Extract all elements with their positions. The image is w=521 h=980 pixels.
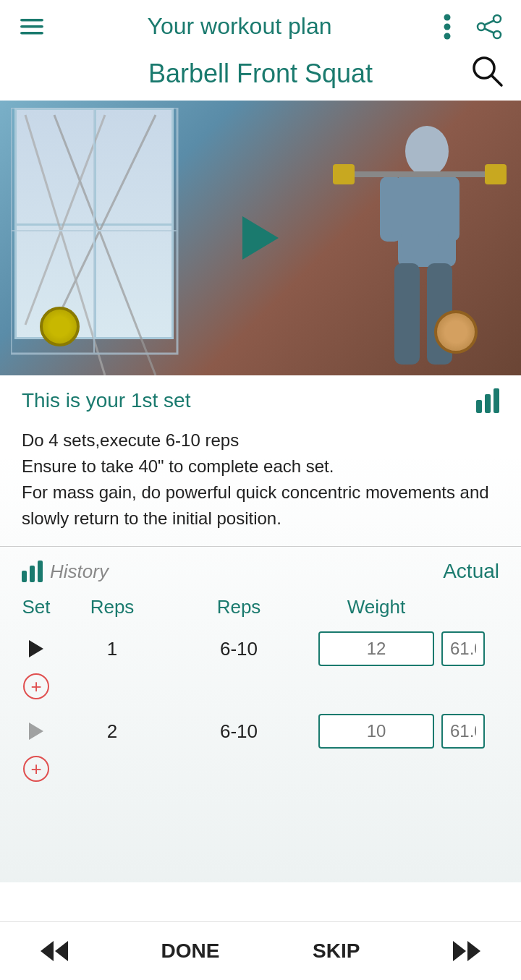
- col-set: Set: [14, 596, 58, 618]
- weight-plate-left: [40, 307, 80, 346]
- history-bar-icon: [22, 561, 43, 582]
- set-info-row: This is your 1st set: [0, 375, 521, 420]
- row1-set: 1: [65, 638, 159, 660]
- instructions-text: Do 4 sets,execute 6-10 repsEnsure to tak…: [0, 420, 521, 547]
- exercise-title: Barbell Front Squat: [148, 59, 373, 89]
- skip-label: SKIP: [313, 939, 360, 963]
- svg-rect-22: [380, 176, 402, 242]
- history-label: History: [50, 561, 109, 583]
- bar-chart-icon[interactable]: [476, 388, 499, 413]
- table-row: 1 6-10 +: [0, 624, 521, 707]
- forward-button[interactable]: [441, 935, 492, 967]
- forward-arrow2: [467, 941, 480, 961]
- set-info-text: This is your 1st set: [22, 389, 190, 412]
- bar1: [476, 400, 482, 413]
- svg-rect-1: [20, 25, 43, 28]
- col-reps-actual: Reps: [166, 596, 311, 618]
- play-button[interactable]: [235, 213, 286, 263]
- bar3: [494, 388, 499, 413]
- skip-button[interactable]: SKIP: [301, 934, 371, 968]
- svg-rect-24: [394, 263, 420, 365]
- table-header: Set Reps Reps Weight: [0, 590, 521, 624]
- bar2: [485, 394, 491, 413]
- row2-set: 2: [65, 720, 159, 743]
- video-player[interactable]: [0, 101, 521, 375]
- more-options-icon[interactable]: [433, 14, 462, 40]
- share-icon[interactable]: [475, 14, 504, 40]
- row2-weight-input[interactable]: [441, 714, 485, 749]
- row2-reps: 6-10: [166, 720, 311, 743]
- row1-play[interactable]: [14, 640, 58, 657]
- table-row: 2 6-10 +: [0, 707, 521, 789]
- header: Your workout plan: [0, 0, 521, 53]
- page-title: Your workout plan: [46, 13, 433, 40]
- col-reps-history: Reps: [65, 596, 159, 618]
- svg-point-20: [405, 126, 449, 176]
- history-actual-row: History Actual: [0, 547, 521, 590]
- svg-point-3: [444, 14, 451, 20]
- done-label: DONE: [161, 939, 220, 963]
- svg-point-7: [494, 31, 501, 38]
- row1-reps-input[interactable]: [318, 631, 434, 666]
- svg-rect-0: [20, 19, 43, 22]
- history-tab[interactable]: History: [22, 561, 109, 583]
- svg-rect-2: [20, 32, 43, 35]
- col-action: [441, 596, 485, 618]
- bottom-nav: DONE SKIP: [0, 921, 521, 980]
- row2-add-button[interactable]: +: [23, 756, 49, 782]
- back-arrow1: [41, 941, 54, 961]
- svg-line-16: [54, 115, 156, 325]
- svg-line-12: [491, 75, 501, 85]
- col-weight: Weight: [318, 596, 434, 618]
- search-icon[interactable]: [470, 54, 504, 94]
- row1-add-button[interactable]: +: [23, 673, 49, 699]
- weight-plate-right: [434, 310, 478, 354]
- done-button[interactable]: DONE: [150, 934, 232, 968]
- svg-rect-28: [485, 164, 507, 184]
- svg-rect-27: [333, 164, 355, 184]
- svg-point-6: [494, 15, 501, 22]
- row2-play[interactable]: [14, 723, 58, 740]
- exercise-title-row: Barbell Front Squat: [0, 53, 521, 101]
- svg-point-8: [478, 23, 485, 30]
- back-button[interactable]: [29, 935, 80, 967]
- row1-weight-input[interactable]: [441, 631, 485, 666]
- back-arrow2: [55, 941, 68, 961]
- row1-reps: 6-10: [166, 638, 311, 660]
- svg-line-14: [25, 115, 105, 325]
- svg-line-9: [485, 20, 494, 25]
- menu-icon[interactable]: [17, 15, 46, 38]
- svg-point-5: [444, 33, 451, 39]
- actual-label[interactable]: Actual: [443, 560, 499, 583]
- svg-rect-23: [438, 176, 459, 242]
- svg-rect-26: [340, 171, 499, 177]
- row2-reps-input[interactable]: [318, 714, 434, 749]
- svg-line-10: [485, 28, 494, 33]
- forward-arrow1: [453, 941, 466, 961]
- svg-point-4: [444, 23, 451, 30]
